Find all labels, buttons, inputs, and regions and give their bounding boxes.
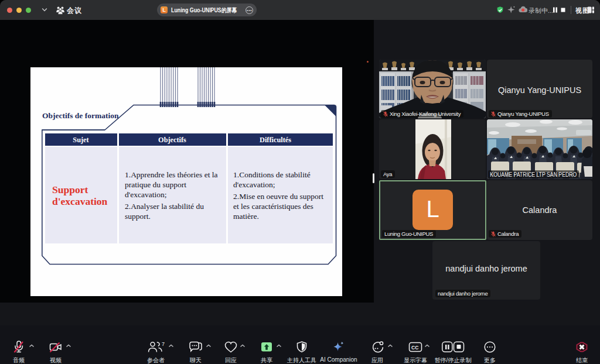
- svg-text:CC: CC: [411, 345, 418, 351]
- svg-text:7: 7: [162, 341, 165, 347]
